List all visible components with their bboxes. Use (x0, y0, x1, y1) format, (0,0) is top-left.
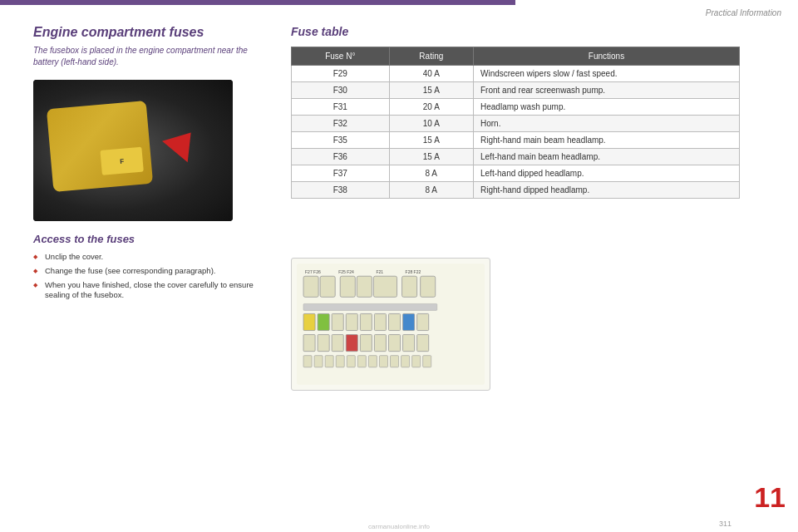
fuse-table: Fuse N° Rating Functions F2940 AWindscre… (291, 47, 740, 199)
svg-rect-41 (412, 356, 421, 367)
fuse-number-cell: F37 (292, 165, 390, 182)
function-cell: Right-hand main beam headlamp. (474, 132, 740, 149)
svg-rect-8 (357, 276, 372, 297)
svg-rect-24 (332, 335, 343, 352)
svg-rect-9 (373, 276, 397, 297)
table-row: F3210 AHorn. (292, 116, 740, 132)
table-row: F3515 ARight-hand main beam headlamp. (292, 132, 740, 149)
svg-rect-20 (403, 313, 415, 330)
svg-text:F25 F24: F25 F24 (338, 269, 354, 274)
svg-rect-7 (340, 276, 355, 297)
svg-rect-17 (360, 313, 372, 330)
rating-cell: 15 A (389, 149, 473, 165)
svg-rect-28 (388, 335, 400, 352)
svg-rect-27 (374, 335, 386, 352)
fuse-diagram-svg: F27 F26 F25 F24 F21 F28 F22 (297, 264, 485, 385)
table-row: F388 ARight-hand dipped headlamp. (292, 182, 740, 199)
svg-rect-32 (314, 356, 323, 367)
watermark: carmanualonline.info (368, 523, 430, 530)
fuse-number-cell: F32 (292, 116, 390, 132)
section-title: Engine compartment fuses (33, 25, 266, 40)
svg-rect-23 (318, 335, 329, 352)
svg-rect-25 (346, 335, 357, 352)
right-column: Fuse table Fuse N° Rating Functions F294… (291, 25, 773, 199)
rating-cell: 8 A (389, 165, 473, 182)
rating-cell: 8 A (389, 182, 473, 199)
rating-cell: 10 A (389, 116, 473, 132)
page-header: Practical Information (515, 0, 798, 25)
svg-rect-12 (303, 303, 437, 310)
function-cell: Headlamp wash pump. (474, 99, 740, 116)
fuse-table-title: Fuse table (291, 25, 773, 38)
svg-rect-11 (421, 276, 436, 297)
svg-rect-38 (379, 356, 387, 367)
function-cell: Horn. (474, 116, 740, 132)
svg-rect-39 (390, 356, 398, 367)
table-row: F378 ALeft-hand dipped headlamp. (292, 165, 740, 182)
svg-rect-18 (374, 313, 386, 330)
svg-rect-35 (347, 356, 355, 367)
arrow-indicator (162, 122, 204, 163)
svg-rect-42 (423, 356, 431, 367)
svg-rect-40 (401, 356, 410, 367)
svg-rect-5 (303, 276, 318, 297)
fuse-number-cell: F31 (292, 99, 390, 116)
page-number: 11 (754, 483, 786, 511)
bottom-page-number: 311 (719, 520, 732, 528)
svg-rect-6 (320, 276, 335, 297)
svg-rect-22 (303, 335, 315, 352)
svg-text:F27 F26: F27 F26 (305, 269, 321, 274)
fuse-box-label: F (100, 147, 143, 175)
svg-rect-34 (336, 356, 344, 367)
rating-cell: 15 A (389, 132, 473, 149)
svg-rect-26 (360, 335, 372, 352)
svg-rect-36 (357, 356, 366, 367)
access-instructions: Unclip the cover. Change the fuse (see c… (33, 252, 266, 301)
svg-rect-37 (368, 356, 377, 367)
left-column: Engine compartment fuses The fusebox is … (33, 25, 266, 304)
fuse-diagram-image: F27 F26 F25 F24 F21 F28 F22 (291, 258, 490, 391)
fuse-box-cover: F (47, 101, 153, 192)
section-subtitle: The fusebox is placed in the engine comp… (33, 45, 266, 68)
function-cell: Left-hand main beam headlamp. (474, 149, 740, 165)
access-item-3: When you have finished, close the cover … (33, 280, 266, 302)
svg-rect-16 (346, 313, 357, 330)
access-title: Access to the fuses (33, 233, 266, 245)
fuse-number-cell: F36 (292, 149, 390, 165)
table-row: F2940 AWindscreen wipers slow / fast spe… (292, 66, 740, 82)
svg-rect-31 (303, 356, 312, 367)
fuse-number-cell: F38 (292, 182, 390, 199)
fuse-number-cell: F29 (292, 66, 390, 82)
function-cell: Left-hand dipped headlamp. (474, 165, 740, 182)
svg-rect-10 (402, 276, 417, 297)
access-item-2: Change the fuse (see corresponding parag… (33, 266, 266, 277)
engine-image-bg: F (33, 80, 233, 221)
svg-rect-30 (417, 335, 429, 352)
svg-text:F21: F21 (376, 269, 383, 274)
svg-text:F28 F22: F28 F22 (406, 269, 421, 274)
fuse-number-cell: F30 (292, 82, 390, 99)
svg-rect-21 (417, 313, 429, 330)
table-row: F3015 AFront and rear screenwash pump. (292, 82, 740, 99)
engine-compartment-image: F (33, 80, 233, 221)
function-cell: Windscreen wipers slow / fast speed. (474, 66, 740, 82)
rating-cell: 20 A (389, 99, 473, 116)
table-row: F3120 AHeadlamp wash pump. (292, 99, 740, 116)
col-header-fuse-number: Fuse N° (292, 47, 390, 66)
svg-rect-13 (303, 313, 315, 330)
svg-rect-33 (325, 356, 333, 367)
top-accent-bar (0, 0, 515, 5)
col-header-functions: Functions (474, 47, 740, 66)
function-cell: Right-hand dipped headlamp. (474, 182, 740, 199)
function-cell: Front and rear screenwash pump. (474, 82, 740, 99)
rating-cell: 15 A (389, 82, 473, 99)
fuse-diagram-inner: F27 F26 F25 F24 F21 F28 F22 (292, 259, 490, 390)
header-title: Practical Information (706, 8, 781, 17)
svg-rect-14 (318, 313, 329, 330)
svg-rect-15 (332, 313, 343, 330)
fuse-number-cell: F35 (292, 132, 390, 149)
rating-cell: 40 A (389, 66, 473, 82)
access-item-1: Unclip the cover. (33, 252, 266, 263)
col-header-rating: Rating (389, 47, 473, 66)
table-row: F3615 ALeft-hand main beam headlamp. (292, 149, 740, 165)
